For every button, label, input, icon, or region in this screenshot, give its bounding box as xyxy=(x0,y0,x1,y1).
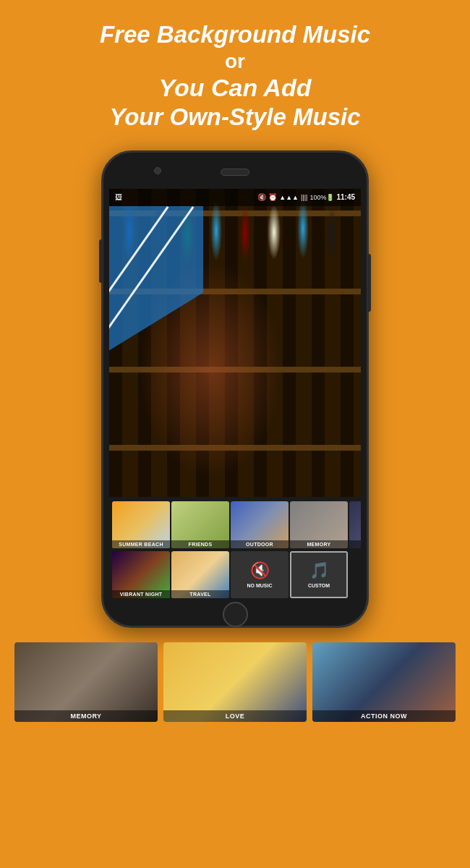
phone-speaker xyxy=(221,169,249,176)
music-label-memory: MEMORY xyxy=(290,540,348,548)
music-item-memory[interactable]: MEMORY xyxy=(290,501,348,548)
music-panel: SUMMER BEACH FRIENDS OUTDOOR MEMORY LOVE… xyxy=(109,497,361,601)
phone-screen: 🖼 🔇 ⏰ ▲▲▲ |||| 100%🔋 11:45 xyxy=(109,189,361,601)
music-label-friends: FRIENDS xyxy=(171,540,229,548)
music-label-love: LOVE xyxy=(349,540,361,548)
bottom-label-action-bt: ACTION NOW xyxy=(312,710,456,722)
bottom-thumb-memory-bt[interactable]: MEMORY xyxy=(14,642,158,722)
photo-area: SUMMER BEACH FRIENDS OUTDOOR MEMORY LOVE… xyxy=(109,189,361,601)
music-item-friends[interactable]: FRIENDS xyxy=(171,501,229,548)
music-label-travel: TRAVEL xyxy=(171,590,229,598)
custom-icon: 🎵 xyxy=(309,561,329,580)
mute-icon: 🔇 xyxy=(257,193,266,201)
music-item-vibrant-night[interactable]: VIBRANT NIGHT xyxy=(112,551,170,598)
signal-icon: |||| xyxy=(301,194,307,201)
music-row-1: SUMMER BEACH FRIENDS OUTDOOR MEMORY LOVE… xyxy=(109,501,361,548)
music-item-summer-beach[interactable]: SUMMER BEACH xyxy=(112,501,170,548)
phone-mockup: 🖼 🔇 ⏰ ▲▲▲ |||| 100%🔋 11:45 xyxy=(0,150,470,628)
music-label-vibrant-night: VIBRANT NIGHT xyxy=(112,590,170,598)
header-line2: or xyxy=(29,49,441,74)
phone-top-bar xyxy=(103,153,367,189)
status-right-icons: 🔇 ⏰ ▲▲▲ |||| 100%🔋 11:45 xyxy=(257,193,355,201)
phone-camera xyxy=(154,167,161,174)
music-label-summer-beach: SUMMER BEACH xyxy=(112,540,170,548)
music-item-custom[interactable]: 🎵 CUSTOM xyxy=(290,551,348,598)
bottom-label-love-bt: LOVE xyxy=(163,710,307,722)
wifi-icon: ▲▲▲ xyxy=(279,194,299,201)
music-item-no-music[interactable]: 🔇 NO MUSIC xyxy=(231,551,289,598)
time-display: 11:45 xyxy=(336,193,355,201)
music-item-outdoor[interactable]: OUTDOOR xyxy=(231,501,289,548)
header-line4: Your Own-Style Music xyxy=(29,103,441,132)
bottom-thumb-action-bt[interactable]: ACTION NOW xyxy=(312,642,456,722)
status-left-icon: 🖼 xyxy=(115,193,122,201)
bottom-thumb-love-bt[interactable]: LOVE xyxy=(163,642,307,722)
music-item-travel[interactable]: TRAVEL xyxy=(171,551,229,598)
no-music-icon: 🔇 xyxy=(250,561,270,580)
header-line1: Free Background Music xyxy=(29,20,441,49)
home-button[interactable] xyxy=(223,602,248,627)
alarm-icon: ⏰ xyxy=(268,193,277,201)
music-label-outdoor: OUTDOOR xyxy=(231,540,289,548)
header-line3: You Can Add xyxy=(29,73,441,103)
music-row-2: VIBRANT NIGHT TRAVEL 🔇 NO MUSIC 🎵 CUSTOM xyxy=(109,548,361,598)
battery-text: 100%🔋 xyxy=(309,194,334,201)
header-section: Free Background Music or You Can Add You… xyxy=(0,0,470,143)
music-label-custom: CUSTOM xyxy=(308,583,330,588)
music-label-no-music: NO MUSIC xyxy=(247,583,273,588)
bottom-thumbnails: MEMORYLOVEACTION NOW xyxy=(0,642,470,722)
phone-body: 🖼 🔇 ⏰ ▲▲▲ |||| 100%🔋 11:45 xyxy=(101,150,369,628)
status-bar: 🖼 🔇 ⏰ ▲▲▲ |||| 100%🔋 11:45 xyxy=(109,189,361,206)
bottom-label-memory-bt: MEMORY xyxy=(14,710,158,722)
music-item-love[interactable]: LOVE xyxy=(349,501,361,548)
phone-bottom xyxy=(103,601,367,629)
